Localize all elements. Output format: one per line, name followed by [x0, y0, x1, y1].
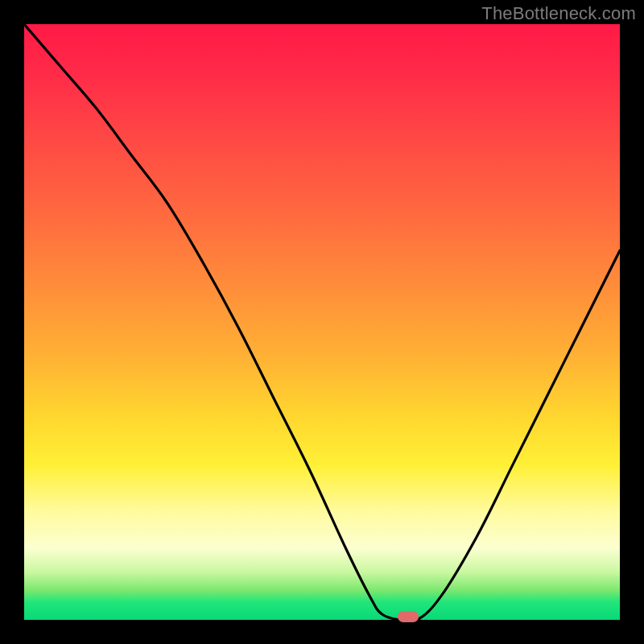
optimum-marker [398, 611, 419, 622]
chart-container: TheBottleneck.com [0, 0, 644, 644]
watermark-text: TheBottleneck.com [481, 3, 636, 24]
bottleneck-curve [24, 24, 620, 620]
plot-area [24, 24, 620, 620]
curve-svg [24, 24, 620, 620]
